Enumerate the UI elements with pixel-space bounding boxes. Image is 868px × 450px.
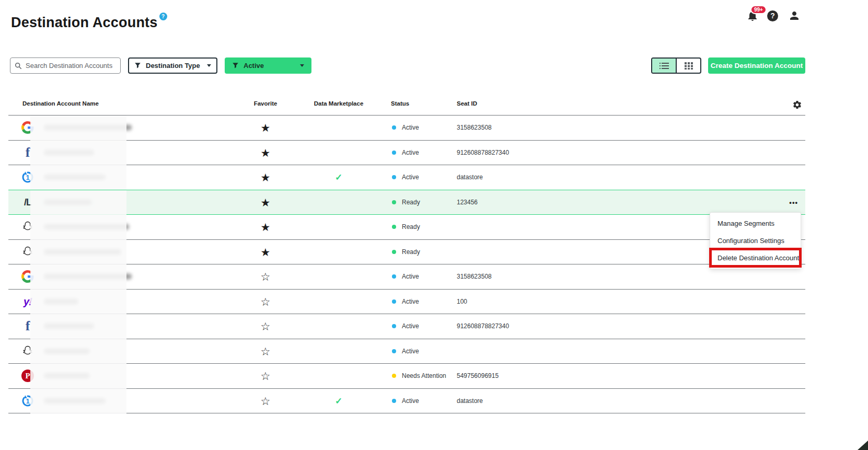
favorite-star[interactable]: ☆: [261, 395, 271, 406]
notifications-badge: 99+: [750, 5, 767, 14]
table-row[interactable]: ★ Ready: [8, 215, 805, 240]
status-cell: Active: [392, 348, 419, 355]
status-label: Active: [402, 149, 419, 156]
seat-id: 3158623508: [457, 273, 492, 280]
status-label: Active: [402, 322, 419, 330]
col-header-name[interactable]: Destination Account Name: [22, 100, 99, 107]
search-input[interactable]: [26, 62, 116, 70]
table-row[interactable]: y! ☆ Active 100: [8, 290, 805, 315]
status-dot: [392, 200, 396, 204]
seat-id: datastore: [457, 174, 483, 181]
table-row[interactable]: 1 ☆ ✓ Active datastore: [8, 389, 805, 414]
table-row[interactable]: f ☆ Active 912608878827340: [8, 314, 805, 339]
status-label: Active: [402, 348, 419, 355]
context-menu-item[interactable]: Manage Segments: [710, 215, 801, 232]
snapchat-icon: [21, 221, 34, 233]
favorite-star[interactable]: ☆: [261, 296, 271, 307]
google-icon: [21, 270, 34, 283]
favorite-star[interactable]: ★: [261, 172, 271, 183]
favorite-star[interactable]: ☆: [261, 371, 271, 382]
redacted-account-name: [44, 398, 106, 403]
col-header-seat-id[interactable]: Seat ID: [457, 100, 477, 107]
title-help-icon[interactable]: ?: [159, 13, 167, 20]
funnel-icon: [134, 62, 141, 69]
row-actions-kebab[interactable]: •••: [789, 198, 798, 206]
table-row[interactable]: P ☆ Needs Attention 549756096915: [8, 364, 805, 389]
destination-type-filter[interactable]: Destination Type: [128, 57, 217, 74]
table-row[interactable]: f ★ Active 912608878827340: [8, 141, 805, 166]
view-toggle: [651, 57, 701, 74]
table-row[interactable]: ☆ Active: [8, 339, 805, 364]
row-context-menu: Manage Segments Configuration Settings D…: [710, 212, 801, 269]
notifications-bell-icon[interactable]: 99+: [746, 9, 759, 22]
context-menu-item[interactable]: Configuration Settings: [710, 232, 801, 249]
pinterest-icon: P: [21, 370, 34, 382]
table-row[interactable]: ★ Active 3158623508: [8, 116, 805, 141]
table-row[interactable]: 1 ★ ✓ Active datastore: [8, 165, 805, 190]
status-cell: Active: [392, 149, 419, 156]
favorite-star[interactable]: ☆: [261, 321, 271, 332]
seat-id: datastore: [457, 397, 483, 405]
funnel-icon: [232, 62, 239, 69]
redacted-account-name: [44, 348, 90, 354]
status-dot: [392, 250, 396, 254]
status-filter-label: Active: [244, 62, 264, 70]
status-label: Active: [402, 273, 419, 280]
facebook-icon: f: [26, 146, 30, 159]
grid-view-button[interactable]: [676, 59, 700, 73]
favorite-star[interactable]: ★: [261, 246, 271, 257]
redacted-account-name: [44, 175, 106, 180]
datastore-icon: 1: [21, 171, 34, 183]
platform-icon-slot: [21, 245, 34, 259]
favorite-star[interactable]: ★: [261, 122, 271, 133]
status-cell: Ready: [392, 199, 420, 206]
seat-id: 912608878827340: [457, 149, 509, 156]
col-header-data-marketplace[interactable]: Data Marketplace: [314, 100, 364, 107]
status-cell: Active: [392, 273, 419, 280]
favorite-star[interactable]: ☆: [261, 345, 271, 356]
col-header-favorite[interactable]: Favorite: [254, 100, 277, 107]
seat-id: 123456: [457, 199, 478, 206]
table-body: ★ Active 3158623508 f ★ Active 912608878…: [8, 116, 805, 413]
data-marketplace-check: ✓: [335, 395, 342, 406]
list-view-button[interactable]: [652, 59, 676, 73]
status-dot: [392, 175, 396, 179]
col-header-status[interactable]: Status: [391, 100, 409, 107]
favorite-star[interactable]: ☆: [261, 271, 271, 282]
google-icon: [21, 121, 34, 134]
platform-icon-slot: P: [21, 369, 34, 383]
status-label: Active: [402, 124, 419, 131]
favorite-star[interactable]: ★: [261, 147, 271, 158]
chevron-down-icon: [207, 64, 211, 67]
snapchat-icon: [21, 246, 34, 258]
status-label: Ready: [402, 199, 420, 206]
status-label: Active: [402, 298, 419, 305]
status-dot: [392, 151, 396, 155]
table-settings-gear-icon[interactable]: [792, 100, 802, 110]
favorite-star[interactable]: ★: [261, 222, 271, 233]
table-row[interactable]: /L ★ Ready 123456 •••: [8, 190, 805, 215]
create-destination-account-button[interactable]: Create Destination Account: [708, 57, 805, 74]
facebook-icon: f: [26, 319, 30, 333]
favorite-star[interactable]: ★: [261, 197, 271, 207]
snapchat-icon: [21, 345, 34, 357]
platform-icon-slot: 1: [21, 170, 34, 184]
svg-text:1: 1: [26, 174, 30, 181]
help-icon[interactable]: ?: [767, 9, 780, 22]
cursor-artifact: [858, 441, 868, 450]
user-profile-icon[interactable]: [788, 9, 801, 22]
status-cell: Active: [392, 322, 419, 330]
table-row[interactable]: ☆ Active 3158623508: [8, 264, 805, 290]
status-dot: [392, 274, 396, 279]
context-menu-item[interactable]: Delete Destination Account: [710, 249, 801, 267]
status-dot: [392, 399, 396, 403]
redacted-account-name: [44, 274, 132, 280]
svg-text:1: 1: [26, 397, 30, 405]
platform-icon-slot: [21, 220, 34, 234]
status-filter-active[interactable]: Active: [225, 57, 311, 74]
table-header: Destination Account Name Favorite Data M…: [8, 92, 805, 116]
search-box: [10, 57, 121, 74]
seat-id: 3158623508: [457, 124, 492, 131]
status-cell: Active: [392, 124, 419, 131]
table-row[interactable]: ★ Ready: [8, 240, 805, 265]
